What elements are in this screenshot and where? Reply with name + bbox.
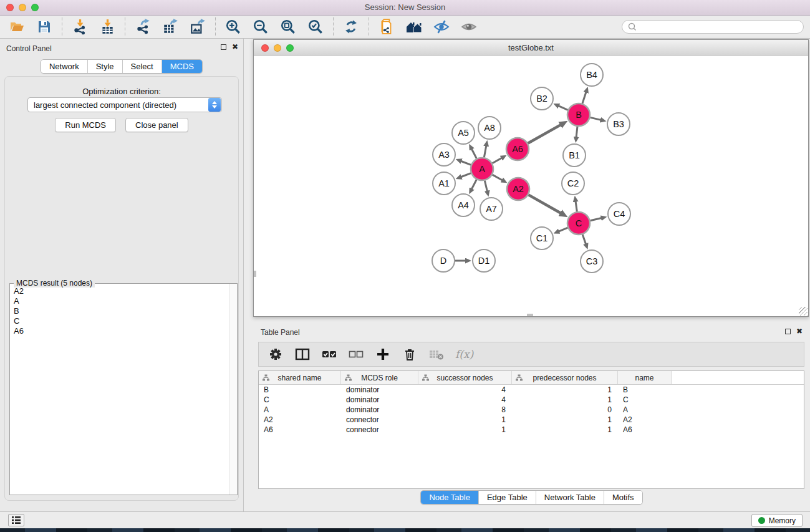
column-header-predecessor-nodes[interactable]: predecessor nodes (512, 371, 618, 384)
vertical-scroll-indicator[interactable] (254, 271, 256, 277)
graph-node-A5[interactable]: A5 (452, 122, 475, 144)
column-header-shared-name[interactable]: shared name (259, 371, 341, 384)
close-table-panel-icon[interactable]: ✖ (796, 328, 803, 334)
tab-edge-table[interactable]: Edge Table (478, 491, 536, 504)
import-network-icon[interactable] (70, 18, 89, 36)
graph-node-B4[interactable]: B4 (581, 64, 603, 86)
float-table-panel-icon[interactable] (785, 329, 791, 334)
result-item[interactable]: A (10, 296, 228, 306)
graph-edge-A-A2[interactable] (493, 175, 503, 180)
graph-edge-A6-B[interactable] (528, 125, 561, 143)
graph-node-C1[interactable]: C1 (531, 227, 553, 249)
graph-node-B3[interactable]: B3 (607, 113, 630, 135)
tab-select[interactable]: Select (122, 60, 162, 73)
network-canvas[interactable]: B4B2BB3A8A5A6A3B1AA1C2A2A4A7C4CC1C3DD1 (254, 56, 808, 316)
graph-node-A4[interactable]: A4 (452, 194, 475, 216)
result-item[interactable]: B (10, 306, 228, 316)
graph-edge-C-C1[interactable] (559, 228, 568, 231)
graph-edge-A-A5[interactable] (471, 149, 476, 158)
float-panel-icon[interactable] (221, 44, 226, 50)
graph-node-A7[interactable]: A7 (480, 198, 503, 220)
close-panel-button[interactable]: Close panel (125, 118, 188, 132)
graph-edge-A-A3[interactable] (461, 161, 471, 165)
save-session-icon[interactable] (35, 18, 54, 36)
table-row[interactable]: Cdominator41C (259, 395, 804, 405)
graph-edge-A-A6[interactable] (493, 158, 502, 163)
column-header-MCDS-role[interactable]: MCDS role (341, 371, 418, 384)
select-all-columns-icon[interactable] (321, 346, 337, 362)
import-table-icon[interactable] (98, 18, 117, 36)
tab-network-table[interactable]: Network Table (536, 491, 604, 504)
table-settings-icon[interactable] (268, 346, 284, 362)
result-item[interactable]: A2 (10, 286, 228, 296)
table-row[interactable]: Bdominator41B (259, 385, 804, 395)
result-scrollbar[interactable] (229, 284, 237, 495)
run-mcds-button[interactable]: Run MCDS (55, 118, 116, 132)
refresh-icon[interactable] (342, 18, 360, 36)
criterion-dropdown[interactable]: largest connected component (directed) (27, 97, 222, 112)
graph-node-B2[interactable]: B2 (531, 87, 553, 110)
function-builder-icon[interactable]: f(x) (455, 348, 473, 360)
zoom-in-icon[interactable] (224, 18, 243, 36)
export-table-icon[interactable] (161, 18, 180, 36)
zoom-selected-icon[interactable] (306, 18, 325, 36)
task-history-button[interactable] (8, 514, 24, 526)
graph-edge-A2-C[interactable] (529, 195, 561, 213)
graph-edge-A-A1[interactable] (461, 173, 471, 177)
table-row[interactable]: A6connector11A6 (259, 425, 804, 435)
graph-node-B1[interactable]: B1 (563, 144, 586, 167)
tab-style[interactable]: Style (87, 60, 122, 73)
graph-edge-B-B2[interactable] (559, 106, 568, 110)
graph-node-A3[interactable]: A3 (433, 143, 455, 166)
zoom-out-icon[interactable] (251, 18, 270, 36)
delete-column-icon[interactable] (402, 346, 418, 362)
graph-edge-A-A8[interactable] (484, 146, 486, 158)
window-resize-grip[interactable] (799, 307, 808, 316)
result-item[interactable]: A6 (10, 326, 228, 336)
unselect-all-columns-icon[interactable] (348, 346, 364, 362)
graph-edge-A-A4[interactable] (471, 180, 476, 189)
graph-node-C2[interactable]: C2 (562, 172, 584, 195)
graph-node-D[interactable]: D (432, 249, 455, 272)
graph-node-B[interactable]: B (567, 104, 590, 126)
first-neighbors-icon[interactable] (405, 18, 423, 36)
graph-edge-B-B1[interactable] (576, 127, 577, 137)
open-file-icon[interactable] (7, 18, 26, 36)
export-image-icon[interactable] (188, 18, 207, 36)
network-window-titlebar[interactable]: testGlobe.txt (254, 40, 808, 56)
graph-node-C3[interactable]: C3 (581, 250, 603, 273)
graph-edge-C-C2[interactable] (576, 201, 577, 211)
add-column-icon[interactable] (375, 346, 391, 362)
table-row[interactable]: Adominator80A (259, 405, 804, 415)
graph-node-A6[interactable]: A6 (506, 138, 529, 160)
column-header-name[interactable]: name (618, 371, 672, 384)
show-all-icon[interactable] (460, 18, 478, 36)
graph-node-A[interactable]: A (471, 158, 493, 180)
graph-node-C4[interactable]: C4 (608, 203, 630, 225)
result-item[interactable]: C (10, 316, 228, 326)
graph-node-A1[interactable]: A1 (433, 172, 455, 195)
export-network-icon[interactable] (133, 18, 152, 36)
column-header-successor-nodes[interactable]: successor nodes (418, 371, 512, 384)
tab-mcds[interactable]: MCDS (162, 60, 202, 73)
graph-node-C[interactable]: C (567, 212, 590, 235)
delete-table-icon[interactable] (428, 346, 445, 362)
table-row[interactable]: A2connector11A2 (259, 415, 804, 425)
tab-network[interactable]: Network (41, 60, 87, 73)
memory-button[interactable]: Memory (751, 514, 803, 527)
tab-node-table[interactable]: Node Table (421, 491, 478, 504)
graph-edge-B-B3[interactable] (590, 117, 600, 120)
hide-selected-icon[interactable] (432, 18, 451, 36)
graph-edge-C-C3[interactable] (582, 235, 586, 244)
graph-edge-A-A7[interactable] (485, 180, 487, 191)
graph-node-A8[interactable]: A8 (478, 117, 501, 139)
graph-node-D1[interactable]: D1 (473, 249, 495, 272)
graph-node-A2[interactable]: A2 (507, 178, 529, 200)
close-panel-icon[interactable]: ✖ (232, 44, 238, 50)
show-columns-icon[interactable] (294, 346, 311, 362)
horizontal-scroll-indicator[interactable] (527, 314, 533, 316)
new-network-from-selection-icon[interactable] (377, 18, 396, 36)
search-input[interactable] (640, 22, 803, 31)
graph-edge-B-B4[interactable] (582, 92, 586, 104)
graph-edge-C-C4[interactable] (591, 218, 602, 221)
